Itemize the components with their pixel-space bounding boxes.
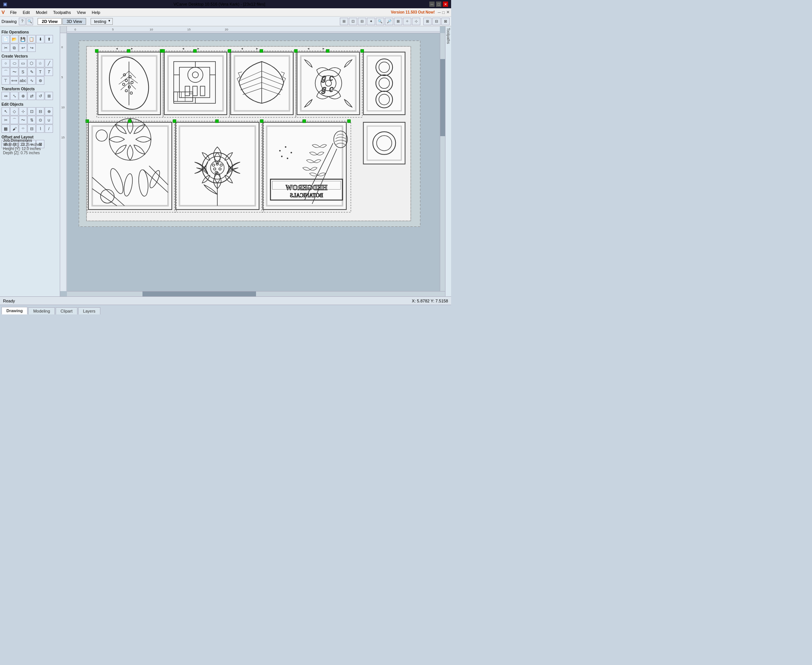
undo-button[interactable]: ↩ <box>19 44 27 52</box>
copy-button[interactable]: ⧉ <box>10 44 18 52</box>
svg-text:10: 10 <box>61 106 65 109</box>
simplify-tool[interactable]: 〜 <box>19 116 27 124</box>
bezier-tool[interactable]: ∿ <box>28 76 36 85</box>
text-tool[interactable]: T <box>36 68 44 76</box>
select-tool[interactable]: ↖ <box>2 107 10 115</box>
main-area: File Operations 📄 📂 💾 📋 ⬇ ⬆ ✂ ⧉ ↩ ↪ Crea… <box>0 26 451 296</box>
polygon-tool[interactable]: ⬡ <box>28 59 36 67</box>
search-button[interactable]: 🔍 <box>26 18 33 25</box>
tab-drawing[interactable]: Drawing <box>2 307 28 314</box>
rect-tool[interactable]: ▭ <box>19 59 27 67</box>
main-canvas[interactable]: g c g c <box>67 33 440 291</box>
line-tool[interactable]: ╱ <box>45 59 53 67</box>
svg-text:g: g <box>322 72 326 82</box>
snap-curve-button[interactable]: ⊹ <box>412 18 420 25</box>
rotate-tool[interactable]: ↺ <box>36 92 44 100</box>
save-file-button[interactable]: 💾 <box>19 35 27 43</box>
open-file-button[interactable]: 📂 <box>10 35 18 43</box>
cut-button[interactable]: ✂ <box>2 44 10 52</box>
tab-modeling[interactable]: Modeling <box>28 307 55 314</box>
zoom-fit-button[interactable]: ⊡ <box>349 18 357 25</box>
export-button[interactable]: ⬆ <box>45 35 53 43</box>
tab-clipart[interactable]: Clipart <box>56 307 77 314</box>
dimension-tool[interactable]: ⟺ <box>10 76 18 85</box>
menu-help[interactable]: Help <box>89 10 103 15</box>
weld-tool[interactable]: ⊕ <box>45 107 53 115</box>
help-button[interactable]: ? <box>19 18 26 25</box>
mirror-h-tool[interactable]: ⇄ <box>28 92 36 100</box>
ungroup-tool[interactable]: ⊟ <box>36 107 44 115</box>
group-tool[interactable]: ⊡ <box>28 107 36 115</box>
trim-tool[interactable]: ✂ <box>2 116 10 124</box>
hscroll-thumb[interactable] <box>142 292 256 296</box>
maximize-icon[interactable]: □ <box>442 10 445 15</box>
view-option2-button[interactable]: ⊟ <box>432 18 441 25</box>
close-vec-tool[interactable]: ⊙ <box>36 116 44 124</box>
zoom-grid-button[interactable]: ⊟ <box>358 18 366 25</box>
toolpaths-label[interactable]: Toolpaths <box>446 26 450 44</box>
svg-rect-145 <box>302 120 306 123</box>
testing-dropdown[interactable]: testing <box>91 18 113 25</box>
align-tool[interactable]: ⊞ <box>45 92 53 100</box>
canvas-area[interactable]: 0 5 10 15 20 0 5 10 15 <box>60 26 445 296</box>
view-option1-button[interactable]: ⊞ <box>423 18 431 25</box>
s-curve-tool[interactable]: S <box>19 68 27 76</box>
ellipse-tool[interactable]: ⬭ <box>10 59 18 67</box>
zoom-select-button[interactable]: ⊠ <box>394 18 402 25</box>
transform-tools: ⇔ ⤡ ⊕ ⇄ ↺ ⊞ <box>2 92 58 100</box>
save-as-button[interactable]: 📋 <box>28 35 36 43</box>
zoom-in-button[interactable]: 🔍 <box>376 18 384 25</box>
view-3d-button[interactable]: 3D View <box>62 18 86 25</box>
menu-edit[interactable]: Edit <box>20 10 33 15</box>
snap-grid-button[interactable]: ✧ <box>403 18 411 25</box>
text-path-tool[interactable]: T <box>45 68 53 76</box>
text-fit-tool[interactable]: ⊤ <box>2 76 10 85</box>
menu-model[interactable]: Model <box>33 10 50 15</box>
smooth-tool[interactable]: ⌇ <box>36 124 44 133</box>
minimize-button[interactable]: ─ <box>429 2 435 7</box>
flatten-tool[interactable]: ⊟ <box>28 124 36 133</box>
zoom-extents-button[interactable]: ⊞ <box>340 18 348 25</box>
fill-tool[interactable]: ▩ <box>2 124 10 133</box>
spiral-tool[interactable]: ⊛ <box>36 76 44 85</box>
svg-text:15: 15 <box>61 136 65 139</box>
view-2d-button[interactable]: 2D View <box>38 18 62 25</box>
smart-select-tool[interactable]: ⊹ <box>19 107 27 115</box>
tab-layers[interactable]: Layers <box>78 307 100 314</box>
fillet-tool[interactable]: ⌒ <box>10 116 18 124</box>
vertical-scrollbar[interactable] <box>440 33 445 291</box>
menu-view[interactable]: View <box>74 10 89 15</box>
circle-tool[interactable]: ○ <box>2 59 10 67</box>
new-file-button[interactable]: 📄 <box>2 35 10 43</box>
close-icon[interactable]: ✕ <box>446 10 449 15</box>
zoom-out-button[interactable]: 🔎 <box>385 18 393 25</box>
panel-single-circle <box>364 122 405 164</box>
view-option3-button[interactable]: ⊠ <box>441 18 449 25</box>
job-width: Width [X]: 23.25 inches <box>3 142 60 147</box>
star-tool[interactable]: ☆ <box>36 59 44 67</box>
import-button[interactable]: ⬇ <box>36 35 44 43</box>
snap-button[interactable]: ✦ <box>367 18 375 25</box>
arc-tool[interactable]: ⌒ <box>2 68 10 76</box>
horizontal-scrollbar[interactable] <box>67 291 445 296</box>
redo-button[interactable]: ↪ <box>28 44 36 52</box>
menu-toolpaths[interactable]: Toolpaths <box>50 10 74 15</box>
text-arc-tool[interactable]: abc <box>19 76 27 85</box>
mirror-v-tool[interactable]: ⇅ <box>28 116 36 124</box>
spline-tool[interactable]: 〜 <box>10 68 18 76</box>
minimize-icon[interactable]: ─ <box>438 10 441 15</box>
right-panel: Toolpaths <box>445 26 451 296</box>
skew-tool[interactable]: / <box>45 124 53 133</box>
menu-file[interactable]: File <box>7 10 20 15</box>
center-tool[interactable]: ⊕ <box>19 92 27 100</box>
close-button[interactable]: ✕ <box>443 2 448 7</box>
size-tool[interactable]: ⤡ <box>10 92 18 100</box>
join-vec-tool[interactable]: ∪ <box>45 116 53 124</box>
freehand-tool[interactable]: ✎ <box>28 68 36 76</box>
arc-corner-tool[interactable]: ⌔ <box>19 124 27 133</box>
node-edit-tool[interactable]: ◇ <box>10 107 18 115</box>
move-tool[interactable]: ⇔ <box>2 92 10 100</box>
vscroll-thumb[interactable] <box>440 59 445 136</box>
paint-tool[interactable]: 🖌 <box>10 124 18 133</box>
maximize-button[interactable]: □ <box>436 2 441 7</box>
